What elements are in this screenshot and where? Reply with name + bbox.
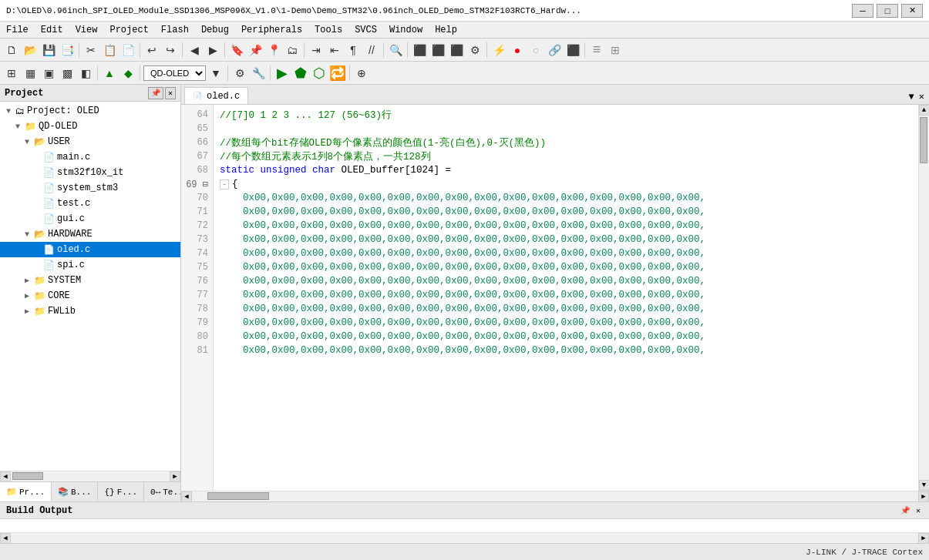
tree-item-core[interactable]: ▶ 📁 CORE — [0, 288, 180, 303]
sidebar-pin[interactable]: 📌 — [148, 87, 163, 99]
menu-flash[interactable]: Flash — [155, 22, 195, 38]
toolbar-cut[interactable]: ✂ — [82, 42, 99, 59]
toolbar2-more[interactable]: ⊕ — [353, 65, 370, 82]
tree-item-user[interactable]: ▼ 📂 USER — [0, 134, 180, 149]
sidebar-tab-templates[interactable]: 0↔ Te... — [144, 482, 181, 501]
build-close[interactable]: ✕ — [914, 505, 923, 516]
toolbar-dbg1[interactable]: ⚡ — [490, 42, 507, 59]
toolbar-run2[interactable]: ⬛ — [429, 42, 446, 59]
tree-item-gui-c[interactable]: 📄 gui.c — [0, 211, 180, 226]
toolbar2-dropdown[interactable]: ▼ — [207, 65, 224, 82]
code-line-65[interactable] — [214, 122, 918, 136]
expand-system-folder[interactable]: ▶ — [25, 276, 34, 285]
toolbar-format[interactable]: ¶ — [345, 42, 362, 59]
code-line-64[interactable]: //[7]0 1 2 3 ... 127 (56~63)行 — [214, 108, 918, 122]
code-line-75[interactable]: 0x00,0x00,0x00,0x00,0x00,0x00,0x00,0x00,… — [214, 260, 918, 274]
fold-icon-69[interactable]: - — [220, 179, 229, 189]
editor-tab-oled[interactable]: 📄 oled.c — [184, 87, 248, 104]
toolbar-bookmark4[interactable]: 🗂 — [284, 42, 301, 59]
toolbar-dbg5[interactable]: ⬛ — [564, 42, 581, 59]
tree-item-system-folder[interactable]: ▶ 📁 SYSTEM — [0, 273, 180, 288]
menu-tools[interactable]: Tools — [308, 22, 348, 38]
tree-item-oled-c[interactable]: 📄 oled.c — [0, 242, 180, 257]
close-button[interactable]: ✕ — [901, 4, 923, 18]
build-pin[interactable]: 📌 — [898, 505, 912, 516]
toolbar2-btn3[interactable]: ▣ — [40, 65, 57, 82]
hscroll-left[interactable]: ◀ — [181, 491, 192, 502]
menu-project[interactable]: Project — [103, 22, 154, 38]
sidebar-scroll-left[interactable]: ◀ — [0, 471, 11, 482]
expand-project[interactable]: ▼ — [6, 107, 15, 116]
code-line-77[interactable]: 0x00,0x00,0x00,0x00,0x00,0x00,0x00,0x00,… — [214, 288, 918, 302]
code-line-80[interactable]: 0x00,0x00,0x00,0x00,0x00,0x00,0x00,0x00,… — [214, 330, 918, 344]
sidebar-tab-functions[interactable]: {} F... — [98, 482, 144, 501]
code-line-76[interactable]: 0x00,0x00,0x00,0x00,0x00,0x00,0x00,0x00,… — [214, 274, 918, 288]
expand-hardware[interactable]: ▼ — [25, 230, 34, 239]
sidebar-tab-project[interactable]: 📁 Pr... — [0, 482, 52, 501]
code-editor[interactable]: 64 65 66 67 68 69 ⊟ 70 71 72 73 74 75 76… — [181, 105, 918, 491]
code-line-74[interactable]: 0x00,0x00,0x00,0x00,0x00,0x00,0x00,0x00,… — [214, 246, 918, 260]
menu-svcs[interactable]: SVCS — [348, 22, 383, 38]
tree-item-hardware[interactable]: ▼ 📂 HARDWARE — [0, 226, 180, 242]
vscroll-up[interactable]: ▲ — [919, 105, 930, 116]
code-content[interactable]: //[7]0 1 2 3 ... 127 (56~63)行 //数组每个bit存… — [214, 105, 918, 491]
toolbar-dbg4[interactable]: 🔗 — [546, 42, 563, 59]
toolbar2-btn8[interactable]: 🔧 — [250, 65, 267, 82]
code-line-73[interactable]: 0x00,0x00,0x00,0x00,0x00,0x00,0x00,0x00,… — [214, 233, 918, 246]
expand-user[interactable]: ▼ — [25, 138, 34, 146]
code-line-68[interactable]: static unsigned char OLED_buffer[1024] = — [214, 163, 918, 177]
toolbar-run1[interactable]: ⬛ — [411, 42, 428, 59]
menu-help[interactable]: Help — [429, 22, 463, 38]
code-line-72[interactable]: 0x00,0x00,0x00,0x00,0x00,0x00,0x00,0x00,… — [214, 219, 918, 233]
menu-view[interactable]: View — [69, 22, 104, 38]
toolbar-bookmark[interactable]: 🔖 — [228, 42, 245, 59]
toolbar-copy[interactable]: 📋 — [101, 42, 118, 59]
toolbar-new[interactable]: 🗋 — [3, 42, 20, 59]
expand-qd-oled[interactable]: ▼ — [15, 122, 25, 131]
menu-edit[interactable]: Edit — [35, 22, 69, 38]
bottom-scroll-left[interactable]: ◀ — [0, 533, 11, 544]
tree-item-fwlib[interactable]: ▶ 📁 FWLib — [0, 303, 180, 319]
vscroll-track[interactable] — [919, 116, 929, 480]
toolbar-nav-back[interactable]: ◀ — [186, 42, 203, 59]
toolbar-comment[interactable]: // — [363, 42, 380, 59]
vscroll-thumb[interactable] — [920, 117, 927, 163]
toolbar2-flash2[interactable]: ⬟ — [292, 65, 309, 82]
minimize-button[interactable]: ─ — [852, 4, 873, 18]
toolbar-redo[interactable]: ↪ — [162, 42, 179, 59]
toolbar2-manage[interactable]: ⚙ — [231, 65, 248, 82]
toolbar2-btn1[interactable]: ⊞ — [3, 65, 20, 82]
toolbar-saveall[interactable]: 📑 — [59, 42, 76, 59]
sidebar-scroll-right[interactable]: ▶ — [170, 471, 180, 482]
tree-item-stm32[interactable]: 📄 stm32f10x_it — [0, 165, 180, 180]
code-line-71[interactable]: 0x00,0x00,0x00,0x00,0x00,0x00,0x00,0x00,… — [214, 205, 918, 219]
tab-nav-dropdown[interactable]: ▼ — [907, 90, 916, 104]
menu-file[interactable]: File — [0, 22, 35, 38]
code-line-67[interactable]: //每个数组元素表示1列8个像素点，一共128列 — [214, 149, 918, 163]
sidebar-close[interactable]: ✕ — [165, 87, 176, 99]
hscroll-track[interactable] — [192, 491, 918, 501]
toolbar-dbg3[interactable]: ○ — [527, 42, 544, 59]
tree-item-qd-oled[interactable]: ▼ 📁 QD-OLED — [0, 119, 180, 134]
toolbar-search[interactable]: 🔍 — [387, 42, 404, 59]
tab-nav-close[interactable]: ✕ — [917, 89, 926, 104]
toolbar-cfg[interactable]: ≡ — [588, 42, 605, 59]
toolbar-indent[interactable]: ⇥ — [308, 42, 325, 59]
menu-peripherals[interactable]: Peripherals — [235, 22, 308, 38]
code-line-81[interactable]: 0x00,0x00,0x00,0x00,0x00,0x00,0x00,0x00,… — [214, 344, 918, 357]
code-line-66[interactable]: //数组每个bit存储OLED每个像素点的颜色值(1-亮(白色),0-灭(黑色)… — [214, 136, 918, 149]
code-line-69[interactable]: - { — [214, 177, 918, 191]
toolbar-dbg2[interactable]: ● — [509, 42, 526, 59]
sidebar-scroll-thumb[interactable] — [12, 472, 43, 480]
menu-debug[interactable]: Debug — [195, 22, 235, 38]
target-selector[interactable]: QD-OLED — [143, 65, 206, 81]
expand-fwlib[interactable]: ▶ — [25, 307, 34, 316]
toolbar-bookmark2[interactable]: 📌 — [247, 42, 264, 59]
tree-item-test-c[interactable]: 📄 test.c — [0, 196, 180, 211]
toolbar-indent2[interactable]: ⇤ — [326, 42, 343, 59]
expand-core[interactable]: ▶ — [25, 291, 34, 300]
toolbar-open[interactable]: 📂 — [22, 42, 39, 59]
hscroll-thumb[interactable] — [207, 492, 269, 500]
vscroll-down[interactable]: ▼ — [919, 480, 930, 491]
toolbar-run4[interactable]: ⚙ — [466, 42, 483, 59]
